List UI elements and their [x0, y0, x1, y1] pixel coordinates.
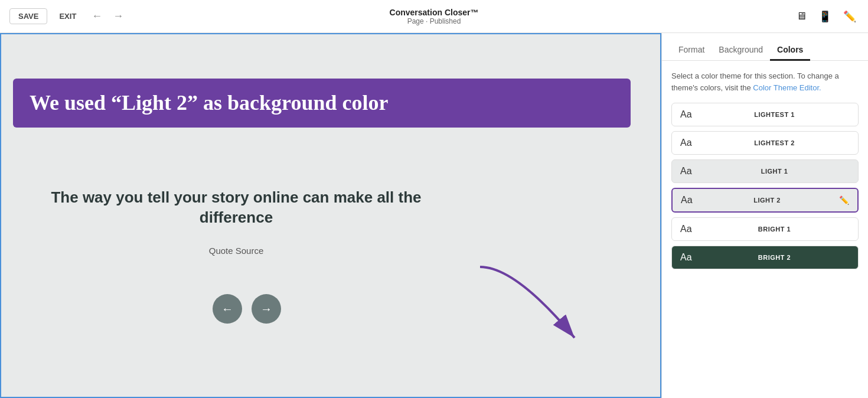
canvas-area: We used “Light 2” as background color Th…	[0, 33, 661, 398]
theme-edit-icon-light2[interactable]: ✏️	[839, 195, 849, 205]
theme-aa-light2: Aa	[681, 195, 700, 205]
quote-source: Quote Source	[37, 246, 436, 256]
theme-light1[interactable]: Aa LIGHT 1	[671, 159, 859, 183]
nav-arrows: ← →	[213, 294, 281, 324]
main-area: We used “Light 2” as background color Th…	[0, 33, 868, 398]
toolbar: SAVE EXIT ← → Conversation Closer™ Page …	[0, 0, 868, 33]
theme-label-light1: LIGHT 1	[699, 168, 850, 175]
theme-aa-bright2: Aa	[680, 252, 699, 263]
center-text-block: The way you tell your story online can m…	[37, 188, 436, 256]
next-button[interactable]: →	[252, 294, 281, 324]
main-quote: The way you tell your story online can m…	[37, 188, 436, 228]
color-theme-editor-link[interactable]: Color Theme Editor.	[753, 83, 821, 92]
panel-body: Select a color theme for this section. T…	[662, 61, 868, 398]
purple-banner: We used “Light 2” as background color	[13, 79, 631, 128]
banner-text: We used “Light 2” as background color	[30, 90, 614, 116]
theme-aa-lightest2: Aa	[680, 138, 699, 148]
theme-label-bright1: BRIGHT 1	[699, 226, 850, 233]
page-subtitle: Page · Published	[390, 17, 479, 25]
tab-colors[interactable]: Colors	[770, 40, 810, 61]
theme-aa-bright1: Aa	[680, 224, 699, 234]
theme-aa-light1: Aa	[680, 166, 699, 177]
toolbar-right: 🖥 📱 ✏️	[794, 8, 859, 25]
toolbar-nav: ← →	[88, 8, 127, 25]
annotation-arrow	[468, 255, 598, 361]
desktop-view-button[interactable]: 🖥	[794, 8, 809, 25]
exit-button[interactable]: EXIT	[54, 9, 81, 24]
theme-label-bright2: BRIGHT 2	[699, 254, 850, 261]
mobile-view-button[interactable]: 📱	[816, 8, 834, 25]
theme-lightest2[interactable]: Aa LIGHTEST 2	[671, 131, 859, 155]
theme-lightest1[interactable]: Aa LIGHTEST 1	[671, 103, 859, 126]
prev-button[interactable]: ←	[213, 294, 242, 324]
theme-aa-lightest1: Aa	[680, 109, 699, 120]
panel-description: Select a color theme for this section. T…	[671, 70, 859, 93]
undo-button[interactable]: ←	[88, 8, 106, 25]
theme-label-lightest2: LIGHTEST 2	[699, 139, 850, 146]
toolbar-left: SAVE EXIT ← →	[9, 8, 127, 25]
theme-label-light2: LIGHT 2	[700, 197, 834, 204]
redo-button[interactable]: →	[109, 8, 127, 25]
toolbar-center: Conversation Closer™ Page · Published	[390, 8, 479, 25]
edit-button[interactable]: ✏️	[841, 8, 859, 25]
save-button[interactable]: SAVE	[9, 8, 47, 24]
page-title: Conversation Closer™	[390, 8, 479, 17]
panel-tabs: Format Background Colors	[662, 33, 868, 61]
theme-bright2[interactable]: Aa BRIGHT 2	[671, 246, 859, 269]
theme-bright1[interactable]: Aa BRIGHT 1	[671, 217, 859, 241]
tab-background[interactable]: Background	[712, 40, 770, 61]
theme-label-lightest1: LIGHTEST 1	[699, 111, 850, 118]
theme-light2[interactable]: Aa LIGHT 2 ✏️	[671, 188, 859, 213]
canvas-content: We used “Light 2” as background color Th…	[1, 34, 660, 397]
right-panel: Format Background Colors Select a color …	[661, 33, 868, 398]
tab-format[interactable]: Format	[671, 40, 712, 61]
